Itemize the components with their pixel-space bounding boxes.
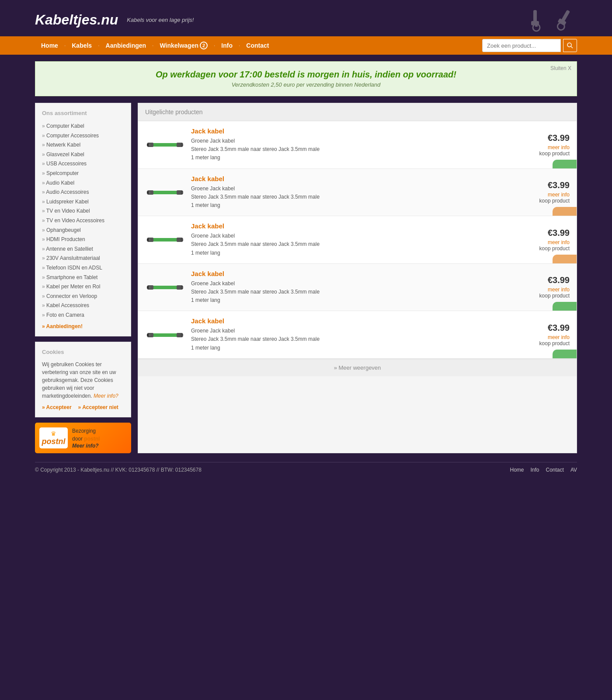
sidebar-category-item[interactable]: TV en Video Accessoires xyxy=(42,216,124,226)
sidebar-category-item[interactable]: Glasvezel Kabel xyxy=(42,150,124,160)
product-item: Jack kabel Groene Jack kabelStereo Jack … xyxy=(138,311,577,359)
footer-link[interactable]: Contact xyxy=(546,467,564,473)
nav-items: Home · Kabels · Aanbiedingen · Winkelwag… xyxy=(35,36,482,55)
jack-cable-image xyxy=(146,180,184,204)
product-name[interactable]: Jack kabel xyxy=(191,317,519,325)
product-price-area: €3.99 meer info koop product xyxy=(526,275,570,299)
cookies-actions: Accepteer Accepteer niet xyxy=(42,404,124,410)
cookies-title: Cookies xyxy=(42,349,124,355)
sidebar-category-item[interactable]: Ophangbeugel xyxy=(42,226,124,235)
meer-weergeven-button[interactable]: » Meer weergeven xyxy=(138,359,577,376)
sidebar-category-list: Computer KabelComputer AccessoiresNetwer… xyxy=(42,122,124,320)
postnl-more-link[interactable]: Meer info? xyxy=(72,443,127,449)
product-description: Groene Jack kabelStereo Jack 3.5mm male … xyxy=(191,185,519,210)
product-item: Jack kabel Groene Jack kabelStereo Jack … xyxy=(138,121,577,169)
product-meer-info-link[interactable]: meer info xyxy=(526,334,570,340)
product-buy-link[interactable]: koop product xyxy=(526,150,570,157)
product-meer-info-link[interactable]: meer info xyxy=(526,192,570,198)
footer-link[interactable]: Info xyxy=(531,467,539,473)
nav-home[interactable]: Home xyxy=(35,36,64,55)
product-image xyxy=(145,318,184,351)
sidebar-category-item[interactable]: 230V Aansluitmateriaal xyxy=(42,254,124,263)
nav-winkelwagen[interactable]: Winkelwagen 2 xyxy=(153,36,214,55)
sidebar-category-item[interactable]: Netwerk Kabel xyxy=(42,140,124,150)
product-price: €3.99 xyxy=(548,323,570,332)
product-image xyxy=(145,176,184,209)
sidebar-category-item[interactable]: Kabel Accessoires xyxy=(42,301,124,311)
product-buy-link[interactable]: koop product xyxy=(526,340,570,346)
product-image xyxy=(145,223,184,256)
cookies-more-link[interactable]: Meer info? xyxy=(94,393,118,399)
product-price-area: €3.99 meer info koop product xyxy=(526,133,570,157)
footer-link[interactable]: Home xyxy=(510,467,524,473)
cookies-accept-button[interactable]: Accepteer xyxy=(42,404,72,410)
sidebar-category-item[interactable]: Telefoon ISDN en ADSL xyxy=(42,263,124,273)
sidebar-category-item[interactable]: Spelcomputer xyxy=(42,169,124,178)
postnl-logo: ♛ postnl xyxy=(39,427,68,448)
svg-point-7 xyxy=(567,43,571,47)
product-description: Groene Jack kabelStereo Jack 3.5mm male … xyxy=(191,280,519,305)
nav-contact[interactable]: Contact xyxy=(240,36,275,55)
sidebar-promo-link[interactable]: Aanbiedingen! xyxy=(42,323,124,329)
jack-cable-image xyxy=(146,133,184,157)
products-header: Uitgelichte producten xyxy=(138,103,577,121)
sidebar-category-item[interactable]: Antenne en Satelliet xyxy=(42,245,124,254)
sidebar-category-item[interactable]: TV en Video Kabel xyxy=(42,206,124,216)
sidebar: Ons assortiment Computer KabelComputer A… xyxy=(35,103,131,453)
product-buy-link[interactable]: koop product xyxy=(526,293,570,299)
product-info: Jack kabel Groene Jack kabelStereo Jack … xyxy=(191,317,519,352)
footer-link[interactable]: AV xyxy=(570,467,577,473)
product-name[interactable]: Jack kabel xyxy=(191,127,519,135)
nav-aanbiedingen[interactable]: Aanbiedingen xyxy=(100,36,153,55)
product-corner-decoration xyxy=(553,160,577,168)
product-price: €3.99 xyxy=(548,133,570,143)
navigation: Home · Kabels · Aanbiedingen · Winkelwag… xyxy=(0,36,612,55)
cable-plug-icon-2 xyxy=(549,4,581,36)
sidebar-category-item[interactable]: Foto en Camera xyxy=(42,311,124,320)
product-item: Jack kabel Groene Jack kabelStereo Jack … xyxy=(138,169,577,217)
nav-kabels[interactable]: Kabels xyxy=(66,36,98,55)
product-name[interactable]: Jack kabel xyxy=(191,270,519,277)
cookies-text: Wij gebruiken Cookies ter verbetering va… xyxy=(42,360,124,400)
jack-cable-image xyxy=(146,323,184,347)
product-image xyxy=(145,128,184,161)
product-price-area: €3.99 meer info koop product xyxy=(526,323,570,346)
sidebar-category-item[interactable]: Computer Accessoires xyxy=(42,131,124,141)
sidebar-category-item[interactable]: Smartphone en Tablet xyxy=(42,273,124,283)
sidebar-category-item[interactable]: Audio Kabel xyxy=(42,178,124,188)
sidebar-category-item[interactable]: Kabel per Meter en Rol xyxy=(42,282,124,292)
postnl-link[interactable]: postnl xyxy=(84,436,100,442)
product-meer-info-link[interactable]: meer info xyxy=(526,287,570,293)
sidebar-category-item[interactable]: HDMI Producten xyxy=(42,235,124,245)
product-info: Jack kabel Groene Jack kabelStereo Jack … xyxy=(191,270,519,305)
product-meer-info-link[interactable]: meer info xyxy=(526,144,570,150)
search-input[interactable] xyxy=(482,39,561,52)
search-icon xyxy=(567,42,573,49)
product-item: Jack kabel Groene Jack kabelStereo Jack … xyxy=(138,216,577,264)
sidebar-category-item[interactable]: Luidspreker Kabel xyxy=(42,197,124,207)
svg-line-8 xyxy=(571,46,573,48)
svg-rect-38 xyxy=(147,286,149,289)
product-buy-link[interactable]: koop product xyxy=(526,198,570,204)
sidebar-category-item[interactable]: Connector en Verloop xyxy=(42,292,124,301)
product-corner-decoration xyxy=(553,255,577,263)
product-info: Jack kabel Groene Jack kabelStereo Jack … xyxy=(191,127,519,162)
nav-info[interactable]: Info xyxy=(215,36,239,55)
product-price-area: €3.99 meer info koop product xyxy=(526,180,570,204)
product-name[interactable]: Jack kabel xyxy=(191,222,519,230)
postnl-box: ♛ postnl Bezorgingdoor postnl Meer info? xyxy=(35,423,131,453)
search-button[interactable] xyxy=(563,39,577,52)
footer: © Copyright 2013 - Kabeltjes.nu // KVK: … xyxy=(35,462,577,477)
product-buy-link[interactable]: koop product xyxy=(526,245,570,252)
products-list: Jack kabel Groene Jack kabelStereo Jack … xyxy=(138,121,577,359)
sidebar-category-item[interactable]: Computer Kabel xyxy=(42,122,124,131)
product-corner-decoration xyxy=(553,207,577,216)
product-meer-info-link[interactable]: meer info xyxy=(526,239,570,245)
product-image xyxy=(145,271,184,304)
sidebar-category-item[interactable]: Audio Accessoires xyxy=(42,188,124,197)
product-name[interactable]: Jack kabel xyxy=(191,175,519,182)
cookies-reject-button[interactable]: Accepteer niet xyxy=(78,404,118,410)
banner-close-button[interactable]: Sluiten X xyxy=(550,65,571,71)
sidebar-category-item[interactable]: USB Accessoires xyxy=(42,159,124,169)
product-price: €3.99 xyxy=(548,180,570,190)
